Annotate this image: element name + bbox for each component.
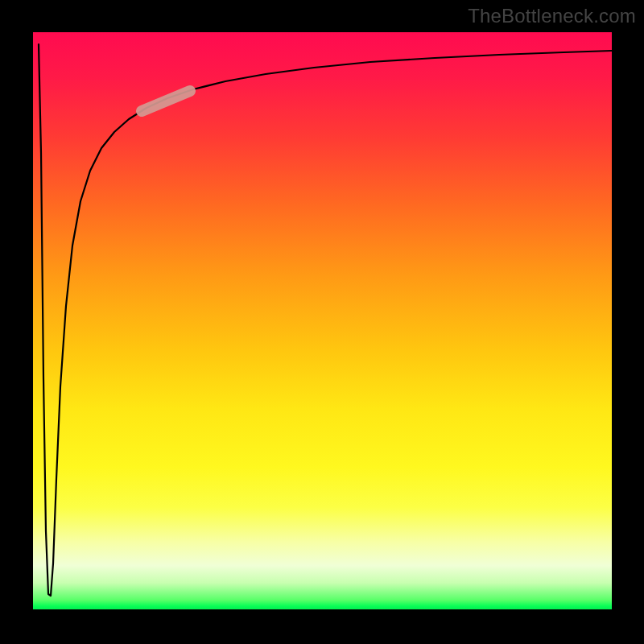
bottleneck-curve (39, 44, 612, 596)
frame-left (0, 0, 32, 644)
curve-layer (32, 32, 612, 612)
x-axis (32, 609, 612, 612)
highlight-marker (142, 91, 190, 111)
frame-right (612, 0, 644, 644)
y-axis (31, 32, 33, 612)
frame-bottom (0, 612, 644, 644)
watermark-text: TheBottleneck.com (468, 5, 636, 27)
chart-container: TheBottleneck.com (0, 0, 644, 644)
